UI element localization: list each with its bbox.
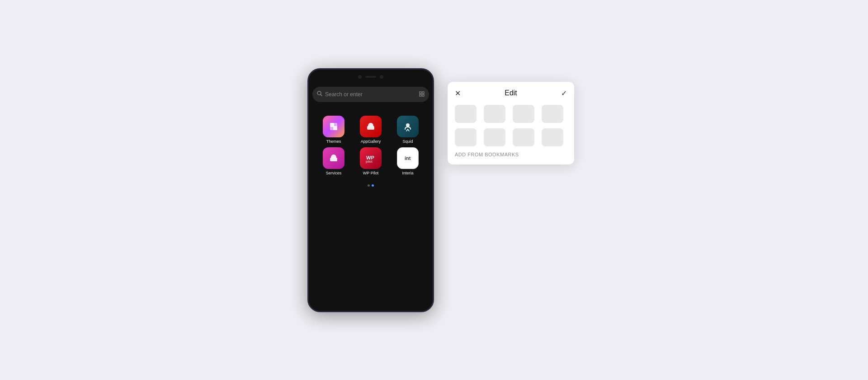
phone-top-bar <box>309 70 433 82</box>
app-label-themes: Themes <box>326 139 341 144</box>
app-label-wppilot: WP Pilot <box>363 171 378 175</box>
svg-line-13 <box>408 129 409 131</box>
app-label-services: Services <box>326 171 342 175</box>
search-icon <box>317 91 322 98</box>
svg-text:pilot: pilot <box>366 160 373 164</box>
phone-camera <box>358 75 362 79</box>
search-expand-icon[interactable] <box>419 91 425 98</box>
bookmark-slot-1[interactable] <box>455 105 476 123</box>
bookmark-slot-5[interactable] <box>455 128 476 146</box>
main-scene: Search or enter <box>307 55 561 326</box>
svg-rect-5 <box>422 94 424 96</box>
app-icon-wppilot: WP pilot <box>360 147 382 169</box>
search-bar[interactable]: Search or enter <box>312 87 429 102</box>
app-item-themes[interactable]: Themes <box>316 116 351 144</box>
bookmark-slot-2[interactable] <box>484 105 505 123</box>
bookmark-slot-8[interactable] <box>542 128 563 146</box>
svg-line-1 <box>321 94 322 96</box>
bookmark-slot-7[interactable] <box>513 128 534 146</box>
svg-rect-2 <box>420 92 421 94</box>
svg-rect-3 <box>422 92 424 94</box>
phone-camera-right <box>380 75 383 79</box>
svg-rect-4 <box>420 94 421 96</box>
page-dot-2-active <box>372 184 374 187</box>
edit-close-button[interactable]: ✕ <box>455 89 461 98</box>
page-dots <box>368 184 374 187</box>
app-grid: Themes AppGallery <box>312 116 429 175</box>
bookmark-grid-row1 <box>455 105 567 123</box>
search-input-label: Search or enter <box>325 91 363 98</box>
page-dot-1 <box>368 184 370 187</box>
svg-text:int: int <box>405 155 411 161</box>
svg-rect-9 <box>333 123 337 127</box>
phone-screen: Search or enter <box>309 82 433 311</box>
app-icon-appgallery <box>360 116 382 137</box>
edit-confirm-button[interactable]: ✓ <box>561 89 567 98</box>
svg-rect-14 <box>330 158 337 161</box>
edit-panel: ✕ Edit ✓ ADD FROM BOOKMARKS <box>448 82 574 164</box>
edit-title: Edit <box>505 89 517 97</box>
app-icon-themes <box>323 116 344 137</box>
app-label-interia: Interia <box>402 171 413 175</box>
app-label-squid: Squid <box>402 139 413 144</box>
bookmark-slot-6[interactable] <box>484 128 505 146</box>
app-item-wppilot[interactable]: WP pilot WP Pilot <box>353 147 388 175</box>
app-icon-interia: int <box>397 147 419 169</box>
svg-rect-10 <box>367 126 374 130</box>
app-item-interia[interactable]: int Interia <box>390 147 425 175</box>
svg-point-11 <box>406 123 410 127</box>
app-item-squid[interactable]: Squid <box>390 116 425 144</box>
app-icon-squid <box>397 116 419 137</box>
phone-mockup: Search or enter <box>307 68 434 312</box>
bookmark-grid-row2 <box>455 128 567 146</box>
app-icon-services <box>323 147 344 169</box>
app-label-appgallery: AppGallery <box>361 139 381 144</box>
add-from-bookmarks-label: ADD FROM BOOKMARKS <box>455 152 567 157</box>
bookmark-slot-3[interactable] <box>513 105 534 123</box>
phone-speaker <box>365 76 376 78</box>
edit-header: ✕ Edit ✓ <box>455 89 567 98</box>
app-item-services[interactable]: Services <box>316 147 351 175</box>
bookmark-slot-4[interactable] <box>542 105 563 123</box>
app-item-appgallery[interactable]: AppGallery <box>353 116 388 144</box>
